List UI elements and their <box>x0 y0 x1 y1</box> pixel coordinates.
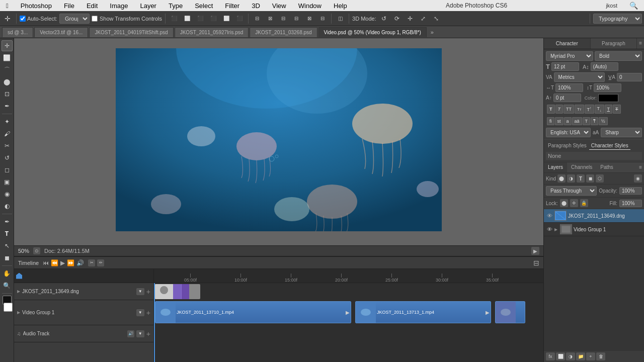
timeline-forward-btn[interactable]: ⏩ <box>67 259 74 266</box>
paths-tab[interactable]: Paths <box>596 162 617 172</box>
tab-video[interactable]: Video.psd @ 50% (Video Group 1, RGB/8*) <box>318 27 427 37</box>
track-audio-add-btn[interactable]: + <box>146 330 150 338</box>
all-caps-btn[interactable]: TT <box>564 105 574 114</box>
scale-h-input[interactable] <box>555 83 583 92</box>
timeline-back-btn[interactable]: ⏪ <box>51 259 58 266</box>
align-center-v-icon[interactable]: ⬜ <box>221 13 232 24</box>
align-bottom-icon[interactable]: ⬛ <box>234 13 245 24</box>
small-caps-btn[interactable]: TT <box>575 105 584 114</box>
eyedropper-tool[interactable]: ✒ <box>2 101 13 112</box>
dodge-tool[interactable]: ◐ <box>2 201 13 212</box>
timeline-audio-btn[interactable]: 🔊 <box>76 259 84 266</box>
track-vg-add-btn[interactable]: + <box>146 309 150 317</box>
clip-video-2[interactable]: JKOST_2011_13713_1.mp4 ▶ <box>355 301 491 323</box>
blend-mode-dropdown[interactable]: Pass Through Normal Multiply Screen <box>546 186 597 196</box>
lock-position-btn[interactable]: ✛ <box>570 199 578 207</box>
subscript-btn[interactable]: T↓ <box>595 105 604 114</box>
titling-btn[interactable]: T̄ <box>591 117 598 125</box>
distribute-center-v-icon[interactable]: ⊠ <box>304 13 315 24</box>
canvas-image[interactable] <box>116 48 442 231</box>
filter-smart-btn[interactable]: ⬡ <box>596 174 604 183</box>
background-color[interactable] <box>4 303 13 312</box>
menu-file[interactable]: File <box>62 1 76 11</box>
menu-photoshop[interactable]: Photoshop <box>19 1 54 11</box>
brush-tool[interactable]: 🖌 <box>2 128 13 139</box>
contextual-btn[interactable]: ½ <box>599 117 608 125</box>
clone-stamp-tool[interactable]: ✂ <box>2 140 13 151</box>
tab-overflow[interactable]: » <box>428 27 437 37</box>
font-style-dropdown[interactable]: Bold Regular Italic <box>595 51 642 61</box>
history-brush-tool[interactable]: ↺ <box>2 152 13 163</box>
marquee-tool[interactable]: ⬜ <box>2 52 13 63</box>
color-swatch[interactable] <box>598 94 618 102</box>
add-fx-btn[interactable]: fx <box>546 352 555 360</box>
auto-select-dropdown[interactable]: Group Layer <box>59 14 90 24</box>
menu-layer[interactable]: Layer <box>138 1 158 11</box>
add-mask-btn[interactable]: ⬜ <box>556 352 565 360</box>
lock-all-btn[interactable]: 🔒 <box>580 199 588 207</box>
channels-tab[interactable]: Channels <box>567 162 596 172</box>
ligatures-btn[interactable]: fi <box>547 117 554 125</box>
menu-image[interactable]: Image <box>108 1 130 11</box>
menu-help[interactable]: Help <box>332 1 349 11</box>
oldstyle-btn[interactable]: a <box>564 117 572 125</box>
new-layer-btn[interactable]: + <box>586 352 595 360</box>
play-btn[interactable]: ▶ <box>531 247 539 255</box>
align-center-h-icon[interactable]: ⬜ <box>182 13 193 24</box>
new-group-btn[interactable]: 📁 <box>576 352 585 360</box>
distribute-right-icon[interactable]: ⊟ <box>278 13 289 24</box>
distribute-top-icon[interactable]: ⊟ <box>291 13 302 24</box>
leading-input[interactable] <box>591 62 618 71</box>
menu-view[interactable]: View <box>270 1 288 11</box>
filter-toggle-btn[interactable]: ◉ <box>634 174 642 183</box>
menu-type[interactable]: Type <box>167 1 185 11</box>
workspace-dropdown[interactable]: Typography Essentials Design Painting Ph… <box>593 14 642 24</box>
layer-vis-vg[interactable]: 👁 <box>546 226 553 233</box>
underline-btn[interactable]: T <box>605 105 613 114</box>
align-right-icon[interactable]: ⬛ <box>195 13 206 24</box>
anti-alias-dropdown[interactable]: Sharp Crisp Strong Smooth <box>601 128 642 137</box>
zoom-tool[interactable]: 🔍 <box>2 280 13 291</box>
distribute-center-h-icon[interactable]: ⊠ <box>265 13 276 24</box>
tab-character[interactable]: Character <box>544 38 591 49</box>
swash-btn[interactable]: T <box>583 117 591 125</box>
kerning-dropdown[interactable]: Metrics Optical 0 <box>554 72 605 82</box>
align-left-icon[interactable]: ⬛ <box>169 13 180 24</box>
shape-tool[interactable]: ◼ <box>2 252 13 263</box>
timeline-clips[interactable]: JKOST_2011_13710_1.mp4 ▶ JKOST_2011_1371… <box>154 283 543 362</box>
3d-slide-icon[interactable]: ⤢ <box>418 13 429 24</box>
crop-tool[interactable]: ⊡ <box>2 88 13 100</box>
hand-tool[interactable]: ✋ <box>2 268 13 279</box>
track-audio-mute[interactable]: 🔊 <box>127 330 134 337</box>
healing-tool[interactable]: ✦ <box>2 116 13 127</box>
timeline-edit-btn[interactable]: ✏ <box>97 259 104 266</box>
tab-vector[interactable]: Vector23.tif @ 16... <box>34 27 88 37</box>
faux-bold-btn[interactable]: T <box>547 105 555 114</box>
text-tool[interactable]: T <box>2 228 13 239</box>
filter-shape-btn[interactable]: ◼ <box>586 174 594 183</box>
discretionary-btn[interactable]: st <box>555 117 564 125</box>
track-settings-btn[interactable]: ▼ <box>136 288 144 295</box>
filter-type-btn[interactable]: T <box>577 174 585 183</box>
new-adj-btn[interactable]: ◑ <box>566 352 575 360</box>
auto-align-icon[interactable]: ◫ <box>335 13 346 24</box>
lock-pixels-btn[interactable]: ⬤ <box>560 199 568 207</box>
fill-input[interactable] <box>619 200 642 207</box>
tab-sd[interactable]: sd @ 3... <box>2 27 33 37</box>
layer-vis-jkost[interactable]: 👁 <box>546 212 553 219</box>
tab-03268[interactable]: JKOST_2011_03268.psd <box>250 27 317 37</box>
timeline-cut-btn[interactable]: ✂ <box>88 259 95 266</box>
character-styles-tab[interactable]: Character Styles <box>589 142 630 150</box>
auto-select-checkbox[interactable]: Auto-Select: <box>20 16 57 22</box>
panel-options-btn[interactable]: ≡ <box>637 38 644 49</box>
baseline-input[interactable] <box>553 94 581 102</box>
timeline-collapse-btn[interactable]: ⊟ <box>533 259 539 267</box>
pen-tool[interactable]: ✒ <box>2 216 13 227</box>
opacity-input[interactable] <box>619 187 642 195</box>
3d-pan-icon[interactable]: ✛ <box>405 13 416 24</box>
move-tool-icon[interactable]: ✛ <box>2 13 13 24</box>
menu-window[interactable]: Window <box>296 1 324 11</box>
move-tool[interactable]: ✛ <box>2 40 13 51</box>
styles-none-item[interactable]: None <box>546 152 642 160</box>
timeline-play-btn[interactable]: ▶ <box>60 259 65 266</box>
